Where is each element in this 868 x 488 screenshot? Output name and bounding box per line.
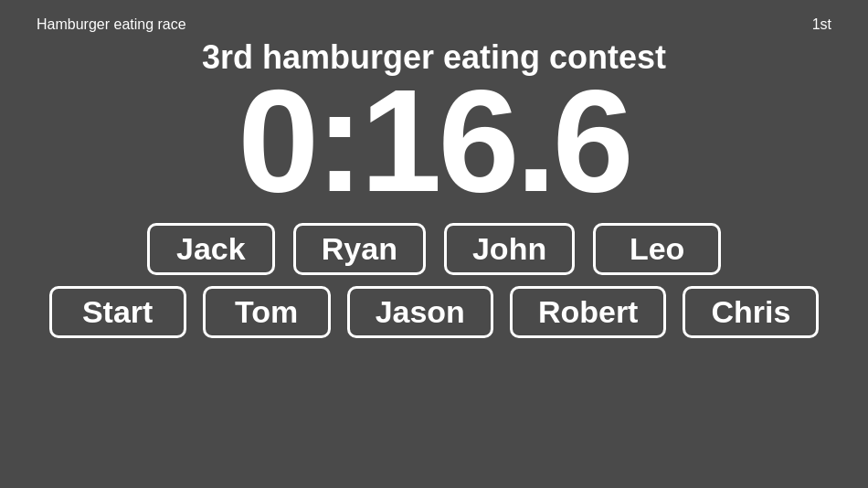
button-start[interactable]: Start [49, 286, 186, 338]
button-john[interactable]: John [444, 223, 575, 275]
button-ryan[interactable]: Ryan [293, 223, 426, 275]
button-leo[interactable]: Leo [593, 223, 721, 275]
name-buttons-row2: StartTomJasonRobertChris [49, 286, 820, 338]
button-jack[interactable]: Jack [147, 223, 275, 275]
button-tom[interactable]: Tom [203, 286, 331, 338]
button-robert[interactable]: Robert [510, 286, 667, 338]
button-chris[interactable]: Chris [683, 286, 819, 338]
header: Hamburger eating race 1st [0, 0, 868, 37]
timer-display: 0:16.6 [238, 68, 630, 214]
button-jason[interactable]: Jason [347, 286, 493, 338]
header-title: Hamburger eating race [37, 16, 186, 33]
name-buttons-row1: JackRyanJohnLeo [147, 223, 721, 275]
header-rank: 1st [812, 16, 831, 33]
